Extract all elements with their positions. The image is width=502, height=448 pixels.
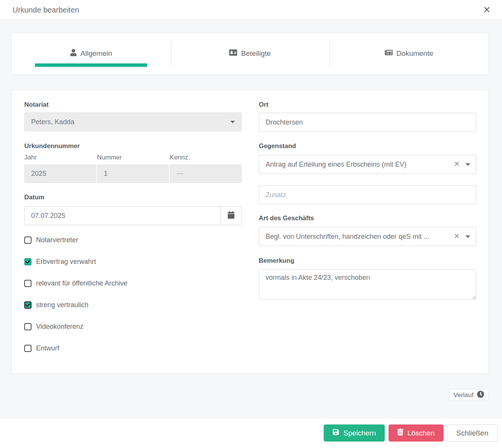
calendar-icon xyxy=(228,211,234,220)
datum-input[interactable] xyxy=(25,207,220,225)
field-urkundennummer: Urkundennummer Jahr Nummer Kennz. 2025 1… xyxy=(24,142,242,183)
notariat-value: Peters, Kadda xyxy=(31,118,74,126)
active-tab-indicator xyxy=(35,63,147,67)
checkbox-erbvertrag-verwahrt[interactable]: Erbvertrag verwahrt xyxy=(24,258,242,266)
chevron-down-icon xyxy=(230,121,235,123)
form-left-column: Notariat Peters, Kadda Urkundennummer Ja… xyxy=(24,101,242,352)
tab-label: Beteiligte xyxy=(241,49,271,58)
checkbox-box xyxy=(24,323,31,330)
delete-label: Löschen xyxy=(408,429,435,437)
form-card: Notariat Peters, Kadda Urkundennummer Ja… xyxy=(11,90,489,374)
newspaper-icon xyxy=(385,49,393,58)
art-des-geschaefts-select[interactable]: Begl. von Unterschriften, handzeichen od… xyxy=(259,227,476,246)
clear-icon[interactable]: ✕ xyxy=(454,232,460,240)
close-icon[interactable]: ✕ xyxy=(483,5,491,14)
field-bemerkung: Bemerkung vormals in Akte 24/23, verscho… xyxy=(259,257,476,301)
calendar-button[interactable] xyxy=(220,207,241,225)
kennz-field: --- xyxy=(170,164,242,183)
id-card-icon xyxy=(229,49,237,58)
field-notariat: Notariat Peters, Kadda xyxy=(24,101,242,131)
clear-icon[interactable]: ✕ xyxy=(454,160,460,167)
gegenstand-select[interactable]: Antrag auf Erteilung eines Erbscheins (m… xyxy=(259,155,476,174)
checkbox-box xyxy=(24,237,31,244)
checkbox-entwurf[interactable]: Entwurf xyxy=(24,344,242,352)
modal-footer: Speichern Löschen Schließen xyxy=(0,418,502,448)
urkundennummer-label: Urkundennummer xyxy=(24,142,242,150)
save-label: Speichern xyxy=(343,429,376,437)
datum-label: Datum xyxy=(24,194,242,201)
notariat-label: Notariat xyxy=(24,101,242,109)
field-datum: Datum xyxy=(24,194,242,225)
user-icon xyxy=(70,49,77,58)
jahr-label: Jahr xyxy=(24,154,96,161)
nummer-label: Nummer xyxy=(97,154,169,161)
delete-button[interactable]: Löschen xyxy=(389,424,444,442)
field-gegenstand: Gegenstand Antrag auf Erteilung eines Er… xyxy=(259,142,476,174)
checkbox-relevant-archive[interactable]: relevant für öffentliche Archive xyxy=(24,279,242,287)
save-button[interactable]: Speichern xyxy=(324,424,385,442)
tab-label: Dokumente xyxy=(397,49,433,58)
field-ort: Ort xyxy=(259,101,476,132)
checkbox-list: Notarvertreter Erbvertrag verwahrt relev… xyxy=(24,236,242,352)
checkbox-box xyxy=(24,280,31,287)
gegenstand-value: Antrag auf Erteilung eines Erbscheins (m… xyxy=(266,161,406,169)
clock-icon xyxy=(477,391,484,400)
checkbox-notarvertreter[interactable]: Notarvertreter xyxy=(24,236,242,244)
tab-allgemein[interactable]: Allgemein xyxy=(12,33,171,74)
field-zusatz xyxy=(259,185,476,204)
checkbox-videokonferenz[interactable]: Videokonferenz xyxy=(24,323,242,331)
ort-label: Ort xyxy=(259,101,476,109)
chevron-down-icon xyxy=(466,235,470,238)
checkbox-streng-vertraulich[interactable]: streng vertraulich xyxy=(24,301,242,309)
modal-header: Urkunde bearbeiten ✕ xyxy=(0,0,502,20)
save-icon xyxy=(332,429,339,437)
tab-beteiligte[interactable]: Beteiligte xyxy=(171,33,330,74)
verlauf-row: Verlauf xyxy=(11,389,489,401)
gegenstand-label: Gegenstand xyxy=(259,142,476,150)
art-des-geschaefts-label: Art des Geschäfts xyxy=(259,215,476,222)
chevron-down-icon xyxy=(466,163,470,166)
page-title: Urkunde bearbeiten xyxy=(13,6,79,14)
tab-bar: Allgemein Beteiligte Dokumente xyxy=(11,33,489,75)
close-button[interactable]: Schließen xyxy=(447,424,498,442)
form-right-column: Ort Gegenstand Antrag auf Erteilung eine… xyxy=(259,101,476,352)
bemerkung-label: Bemerkung xyxy=(259,257,476,265)
tab-label: Allgemein xyxy=(80,49,112,58)
modal-body: Allgemein Beteiligte Dokumente xyxy=(0,20,502,401)
nummer-field: 1 xyxy=(97,164,169,183)
kennz-label: Kennz. xyxy=(170,154,242,161)
verlauf-label: Verlauf xyxy=(453,391,474,399)
tab-dokumente[interactable]: Dokumente xyxy=(329,33,488,74)
trash-icon xyxy=(397,429,403,437)
ort-input[interactable] xyxy=(259,113,476,132)
close-label: Schließen xyxy=(456,429,489,437)
verlauf-button[interactable]: Verlauf xyxy=(449,389,489,401)
checkbox-box xyxy=(24,301,31,309)
checkbox-box xyxy=(24,258,31,265)
bemerkung-textarea[interactable]: vormals in Akte 24/23, verschoben xyxy=(259,269,476,300)
notariat-select[interactable]: Peters, Kadda xyxy=(24,112,242,131)
field-art-des-geschaefts: Art des Geschäfts Begl. von Unterschrift… xyxy=(259,215,476,246)
zusatz-input[interactable] xyxy=(259,185,476,204)
art-des-geschaefts-value: Begl. von Unterschriften, handzeichen od… xyxy=(266,233,429,241)
checkbox-box xyxy=(24,345,31,352)
jahr-field: 2025 xyxy=(24,164,96,183)
